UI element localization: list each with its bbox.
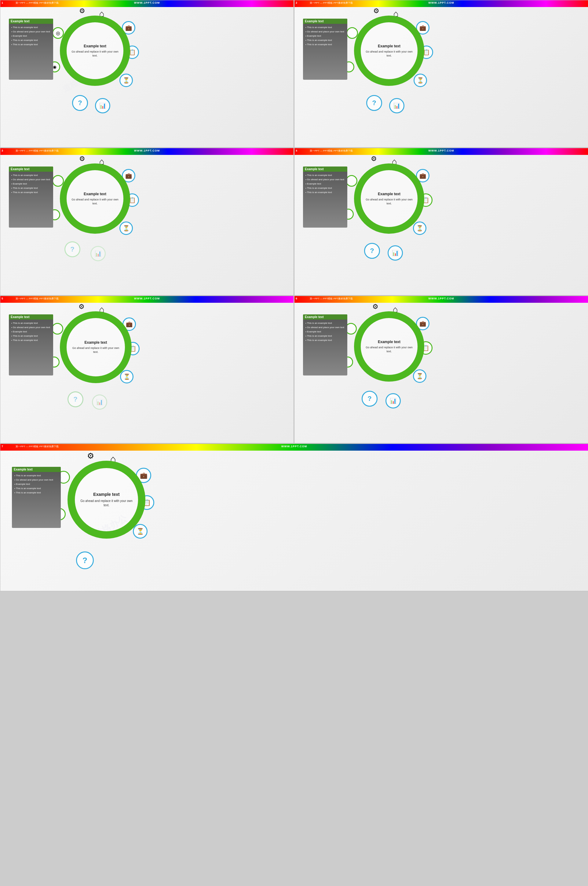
gear-icon-7: ⚙	[83, 449, 98, 463]
green-circle-2a	[346, 27, 358, 39]
hourglass-circle-4: ⏳	[413, 221, 426, 235]
panel-body-1: • This is an example text • Go ahead and…	[11, 26, 51, 47]
text-panel-1: Example text • This is an example text •…	[9, 19, 53, 80]
slide-number-6: 6	[296, 297, 297, 300]
text-panel-6: Example text • This is an example text •…	[303, 314, 347, 375]
url-bar-4: WWW.1PPT.COM	[428, 149, 454, 152]
circle-text-3: Example text Go ahead and replace it wit…	[67, 189, 123, 208]
url-bar-1: WWW.1PPT.COM	[134, 1, 160, 4]
big-circle-2: Example text Go ahead and replace it wit…	[354, 16, 424, 86]
url-bar-6: WWW.1PPT.COM	[428, 297, 454, 300]
circle-title-2: Example text	[364, 44, 414, 48]
panel-body-3: • This is an example text • Go ahead and…	[11, 174, 51, 194]
panel-title-4: Example text	[303, 167, 347, 172]
circle-body-1: Go ahead and replace it with your own te…	[70, 50, 120, 57]
circle-text-2: Example text Go ahead and replace it wit…	[361, 41, 417, 60]
circle-text-4: Example text Go ahead and replace it wit…	[361, 189, 417, 208]
text-panel-2: Example text • This is an example text •…	[303, 19, 347, 80]
title-bar-6: 第一PPT — PPT模板 PPT素材免费下载	[310, 297, 353, 300]
question-circle-2: ?	[366, 95, 382, 111]
big-circle-6: Example text Go ahead and replace it wit…	[354, 311, 424, 381]
panel-title-1: Example text	[9, 19, 53, 24]
text-panel-5: Example text • This is an example text •…	[9, 314, 53, 375]
slide-number-4: 4	[296, 149, 297, 152]
slide-1: 1 第一PPT — PPT模板 PPT素材免费下载 WWW.1PPT.COM 道…	[0, 0, 294, 147]
title-bar-2: 第一PPT — PPT模板 PPT素材免费下载	[310, 1, 353, 5]
slide-number-5: 5	[2, 297, 3, 300]
slide-number-2: 2	[296, 1, 297, 4]
slide-3: 3 第一PPT — PPT模板 PPT素材免费下载 WWW.1PPT.COM 道…	[0, 148, 294, 296]
panel-title-7: Example text	[12, 467, 61, 472]
chart-circle-4: 📊	[388, 245, 403, 261]
slide-number-7: 7	[2, 445, 3, 448]
title-bar-1: 第一PPT — PPT模板 PPT素材免费下载	[16, 1, 58, 5]
big-circle-3: Example text Go ahead and replace it wit…	[60, 164, 130, 234]
question-circle-4: ?	[364, 243, 380, 259]
circle-text-7: Example text Go ahead and replace it wit…	[75, 488, 138, 511]
page-container: 1 第一PPT — PPT模板 PPT素材免费下载 WWW.1PPT.COM 道…	[0, 0, 588, 886]
green-circle-5a	[52, 323, 63, 335]
slide-number-1: 1	[2, 1, 3, 4]
question-circle-5: ?	[68, 391, 83, 407]
big-circle-5: Example text Go ahead and replace it wit…	[60, 311, 132, 383]
chart-circle-6: 📊	[386, 393, 401, 408]
slide-2: 2 第一PPT — PPT模板 PPT素材免费下载 WWW.1PPT.COM 道…	[294, 0, 588, 147]
url-bar-3: WWW.1PPT.COM	[134, 149, 160, 152]
title-bar-4: 第一PPT — PPT模板 PPT素材免费下载	[310, 149, 353, 152]
circle-body-7: Go ahead and replace it with your own te…	[78, 499, 134, 508]
green-circle-3a	[52, 175, 64, 187]
text-panel-7: Example text • This is an example text •…	[12, 467, 61, 528]
panel-body-2: • This is an example text • Go ahead and…	[306, 26, 345, 47]
panel-title-6: Example text	[303, 314, 347, 320]
chart-circle-5: 📊	[92, 394, 107, 410]
big-circle-1: Example text Go ahead and replace it wit…	[60, 16, 130, 86]
title-bar-5: 第一PPT — PPT模板 PPT素材免费下载	[16, 297, 58, 300]
question-circle-6: ?	[362, 391, 378, 407]
big-circle-4: Example text Go ahead and replace it wit…	[354, 164, 424, 234]
chart-circle-2: 📊	[389, 98, 404, 113]
hourglass-circle-7: ⏳	[133, 524, 147, 539]
circle-body-6: Go ahead and replace it with your own te…	[364, 345, 414, 353]
hourglass-circle-2: ⏳	[414, 74, 427, 87]
circle-text-5: Example text Go ahead and replace it wit…	[67, 337, 125, 357]
circle-body-5: Go ahead and replace it with your own te…	[70, 346, 122, 354]
text-panel-4: Example text • This is an example text •…	[303, 167, 347, 228]
circle-title-3: Example text	[70, 192, 120, 196]
circle-title-5: Example text	[70, 340, 122, 345]
circle-title-7: Example text	[78, 492, 134, 497]
panel-body-6: • This is an example text • Go ahead and…	[306, 321, 345, 342]
panel-body-4: • This is an example text • Go ahead and…	[306, 174, 345, 194]
hourglass-circle-6: ⏳	[413, 369, 426, 383]
circle-body-2: Go ahead and replace it with your own te…	[364, 50, 414, 57]
panel-title-3: Example text	[9, 167, 53, 172]
panel-body-5: • This is an example text • Go ahead and…	[11, 321, 51, 342]
panel-title-2: Example text	[303, 19, 347, 24]
circle-text-1: Example text Go ahead and replace it wit…	[67, 41, 123, 60]
slide-4: 4 第一PPT — PPT模板 PPT素材免费下载 WWW.1PPT.COM 道…	[294, 148, 588, 296]
question-circle-3: ?	[64, 241, 80, 257]
slide-6: 6 第一PPT — PPT模板 PPT素材免费下载 WWW.1PPT.COM 道…	[294, 296, 588, 443]
panel-body-7: • This is an example text • Go ahead and…	[14, 474, 58, 495]
url-bar-2: WWW.1PPT.COM	[428, 1, 454, 4]
title-bar-7: 第一PPT — PPT模板 PPT素材免费下载	[16, 445, 58, 448]
slide-5: 5 第一PPT — PPT模板 PPT素材免费下载 WWW.1PPT.COM 道…	[0, 296, 294, 443]
question-circle-7: ?	[76, 551, 94, 569]
circle-title-6: Example text	[364, 340, 414, 344]
slide-number-3: 3	[2, 149, 3, 152]
circle-title-1: Example text	[70, 44, 120, 48]
text-panel-3: Example text • This is an example text •…	[9, 167, 53, 228]
circle-title-4: Example text	[364, 192, 414, 196]
hourglass-circle-1: ⏳	[119, 74, 133, 87]
green-circle-4a	[346, 175, 357, 187]
circle-body-3: Go ahead and replace it with your own te…	[70, 198, 120, 205]
chart-circle-3: 📊	[90, 246, 106, 261]
big-circle-7: Example text Go ahead and replace it wit…	[68, 461, 146, 539]
chart-circle-1: 📊	[95, 98, 110, 113]
circle-body-4: Go ahead and replace it with your own te…	[364, 198, 414, 205]
hourglass-circle-3: ⏳	[119, 221, 133, 235]
title-bar-3: 第一PPT — PPT模板 PPT素材免费下载	[16, 149, 58, 152]
url-bar-7: WWW.1PPT.COM	[281, 445, 307, 448]
green-circle-1a: ◎	[52, 27, 64, 39]
question-circle-1: ?	[72, 95, 88, 111]
panel-title-5: Example text	[9, 314, 53, 320]
